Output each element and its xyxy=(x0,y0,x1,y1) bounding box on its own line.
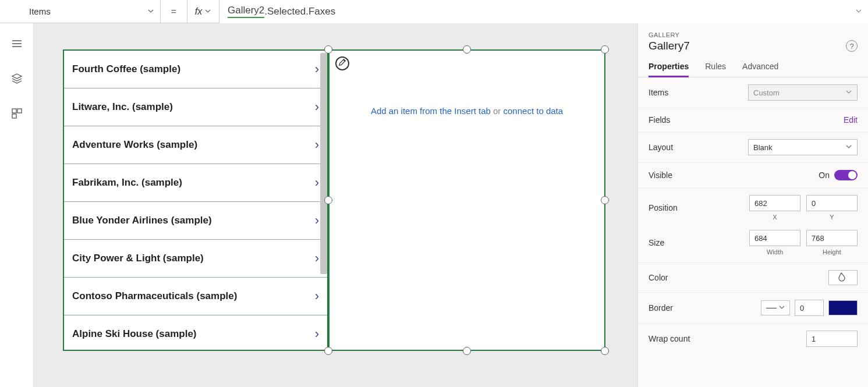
prop-border-label: Border xyxy=(649,303,673,313)
selection-handle[interactable] xyxy=(601,347,609,355)
fields-edit-link[interactable]: Edit xyxy=(844,115,858,125)
prop-wrap-row: Wrap count xyxy=(638,324,868,354)
visible-toggle[interactable] xyxy=(834,170,858,180)
left-rail xyxy=(0,23,34,387)
prop-visible-row: Visible On xyxy=(638,163,868,188)
formula-bar: Items = fx Gallery2.Selected.Faxes xyxy=(0,0,868,23)
properties-panel: GALLERY Gallery7 ? Properties Rules Adva… xyxy=(637,23,868,387)
gallery2-list[interactable]: Fourth Coffee (sample)› Litware, Inc. (s… xyxy=(63,49,328,351)
wrap-count-input[interactable] xyxy=(806,331,858,347)
list-item[interactable]: City Power & Light (sample)› xyxy=(64,240,327,278)
prop-position-label: Position xyxy=(649,203,678,212)
canvas-content: Fourth Coffee (sample)› Litware, Inc. (s… xyxy=(63,49,610,352)
chevron-down-icon xyxy=(204,8,211,16)
selection-handle[interactable] xyxy=(463,45,471,54)
fx-button[interactable]: fx xyxy=(187,0,219,23)
canvas[interactable]: Fourth Coffee (sample)› Litware, Inc. (s… xyxy=(34,23,637,387)
selection-handle[interactable] xyxy=(324,45,332,54)
chevron-right-icon: › xyxy=(315,62,319,77)
selection-handle[interactable] xyxy=(463,347,471,355)
tab-advanced[interactable]: Advanced xyxy=(742,57,778,77)
svg-rect-1 xyxy=(17,109,22,113)
prop-border-row: Border xyxy=(638,293,868,324)
fx-label: fx xyxy=(195,6,202,17)
prop-fields-row: Fields Edit xyxy=(638,108,868,132)
prop-items-label: Items xyxy=(649,88,668,97)
property-selector-dropdown[interactable]: Items xyxy=(21,0,161,23)
size-width-input[interactable] xyxy=(749,230,800,246)
prop-size-row: Size Width Height xyxy=(638,223,868,263)
panel-tabs: Properties Rules Advanced xyxy=(638,57,868,77)
selection-handle[interactable] xyxy=(601,196,609,204)
chevron-down-icon xyxy=(845,88,852,97)
chevron-down-icon xyxy=(778,304,785,312)
chevron-right-icon: › xyxy=(315,326,319,342)
prop-color-row: Color xyxy=(638,263,868,293)
color-swatch[interactable] xyxy=(828,270,858,285)
chevron-right-icon: › xyxy=(315,251,319,266)
chevron-right-icon: › xyxy=(315,175,319,190)
selection-handle[interactable] xyxy=(324,347,332,355)
scrollbar[interactable] xyxy=(320,53,327,274)
empty-gallery-hint: Add an item from the Insert tab or conne… xyxy=(371,106,563,350)
help-icon[interactable]: ? xyxy=(846,40,858,52)
selection-handle[interactable] xyxy=(601,45,609,54)
prop-fields-label: Fields xyxy=(649,115,670,125)
property-selector-value: Items xyxy=(29,6,51,16)
prop-items-row: Items Custom xyxy=(638,77,868,108)
panel-control-name: Gallery7 xyxy=(649,40,690,52)
list-item[interactable]: Blue Yonder Airlines (sample)› xyxy=(64,202,327,240)
visible-state-text: On xyxy=(819,171,830,180)
svg-rect-0 xyxy=(12,109,16,113)
chevron-right-icon: › xyxy=(315,213,319,228)
chevron-right-icon: › xyxy=(315,289,319,304)
border-style-dropdown[interactable] xyxy=(761,300,790,315)
no-fill-icon xyxy=(838,272,848,284)
chevron-right-icon: › xyxy=(315,100,319,115)
insert-item-link[interactable]: Add an item from the Insert tab xyxy=(371,106,491,116)
pencil-icon xyxy=(338,58,346,69)
formula-token-reference: Gallery2 xyxy=(228,5,264,18)
panel-section-label: GALLERY xyxy=(638,29,868,38)
selection-handle[interactable] xyxy=(324,196,332,204)
tab-rules[interactable]: Rules xyxy=(705,57,726,77)
equals-label: = xyxy=(161,6,187,17)
chevron-down-icon xyxy=(147,6,154,16)
main-area: Fourth Coffee (sample)› Litware, Inc. (s… xyxy=(0,23,868,387)
prop-wrap-label: Wrap count xyxy=(649,334,690,343)
border-color-swatch[interactable] xyxy=(828,300,858,315)
line-icon xyxy=(766,308,777,308)
chevron-down-icon[interactable] xyxy=(855,8,862,16)
layers-icon[interactable] xyxy=(9,71,24,86)
gallery7-selected[interactable]: Add an item from the Insert tab or conne… xyxy=(328,49,605,351)
formula-input[interactable]: Gallery2.Selected.Faxes xyxy=(219,0,868,23)
edit-template-button[interactable] xyxy=(335,56,349,70)
list-item[interactable]: Alpine Ski House (sample)› xyxy=(64,315,327,351)
prop-position-row: Position X Y xyxy=(638,188,868,223)
hamburger-icon[interactable] xyxy=(9,36,24,51)
connect-data-link[interactable]: connect to data xyxy=(504,106,564,116)
items-dropdown[interactable]: Custom xyxy=(748,84,858,101)
list-item[interactable]: Fourth Coffee (sample)› xyxy=(64,51,327,88)
components-icon[interactable] xyxy=(9,106,24,121)
prop-layout-row: Layout Blank xyxy=(638,132,868,163)
prop-visible-label: Visible xyxy=(649,171,672,180)
list-item[interactable]: Litware, Inc. (sample)› xyxy=(64,88,327,126)
chevron-down-icon xyxy=(845,143,852,152)
position-y-input[interactable] xyxy=(806,195,858,211)
layout-dropdown[interactable]: Blank xyxy=(748,139,858,155)
position-x-input[interactable] xyxy=(749,195,800,211)
size-height-input[interactable] xyxy=(806,230,858,246)
border-width-input[interactable] xyxy=(795,300,824,316)
list-item[interactable]: Fabrikam, Inc. (sample)› xyxy=(64,164,327,202)
svg-rect-2 xyxy=(12,114,16,118)
list-item[interactable]: Contoso Pharmaceuticals (sample)› xyxy=(64,278,327,315)
list-item[interactable]: Adventure Works (sample)› xyxy=(64,126,327,164)
prop-size-label: Size xyxy=(649,238,664,247)
prop-layout-label: Layout xyxy=(649,143,673,152)
prop-color-label: Color xyxy=(649,273,668,282)
chevron-right-icon: › xyxy=(315,137,319,152)
tab-properties[interactable]: Properties xyxy=(649,57,689,77)
formula-token-rest: .Selected.Faxes xyxy=(264,6,335,17)
